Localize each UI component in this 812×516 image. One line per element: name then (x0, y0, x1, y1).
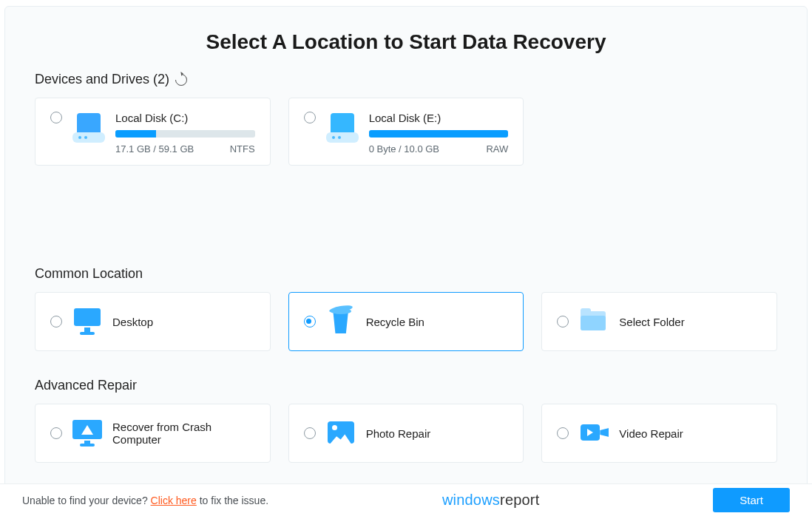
drive-fs: NTFS (230, 143, 255, 155)
drive-usage: 17.1 GB / 59.1 GB (115, 143, 194, 155)
brand-part-1: windows (442, 492, 500, 508)
section-devices: Devices and Drives (2) Local Disk (C:) 1… (35, 72, 777, 166)
option-desktop[interactable]: Desktop (35, 292, 271, 351)
brand-part-2: report (500, 492, 539, 508)
page-title: Select A Location to Start Data Recovery (35, 7, 777, 72)
option-select-folder[interactable]: Select Folder (541, 292, 777, 351)
option-crash-recovery[interactable]: Recover from Crash Computer (35, 404, 271, 463)
option-photo-repair[interactable]: Photo Repair (288, 404, 524, 463)
option-recycle-bin[interactable]: Recycle Bin (288, 292, 524, 351)
radio-select-folder[interactable] (557, 316, 569, 327)
devices-heading-text: Devices and Drives (2) (35, 72, 169, 87)
section-common: Common Location Desktop Recycle Bin Sele… (35, 266, 777, 351)
drive-radio-e[interactable] (304, 112, 316, 123)
crash-computer-icon (72, 420, 102, 447)
devices-heading: Devices and Drives (2) (35, 72, 777, 87)
option-label: Photo Repair (366, 427, 431, 440)
drive-fs: RAW (486, 143, 508, 155)
drive-card-c[interactable]: Local Disk (C:) 17.1 GB / 59.1 GB NTFS (35, 98, 271, 166)
recycle-bin-icon (326, 308, 356, 335)
refresh-icon[interactable] (173, 71, 190, 88)
drive-radio-c[interactable] (50, 112, 62, 123)
drive-progress-e (369, 130, 509, 138)
start-button[interactable]: Start (713, 488, 790, 512)
option-label: Video Repair (619, 427, 683, 440)
drive-card-e[interactable]: Local Disk (E:) 0 Byte / 10.0 GB RAW (288, 98, 524, 166)
option-label: Recover from Crash Computer (112, 421, 255, 446)
option-label: Recycle Bin (366, 316, 424, 328)
disk-icon (326, 113, 359, 143)
option-label: Select Folder (619, 316, 684, 328)
option-video-repair[interactable]: Video Repair (541, 404, 777, 463)
section-advanced: Advanced Repair Recover from Crash Compu… (35, 378, 777, 463)
common-heading: Common Location (35, 266, 777, 282)
drive-progress-c (115, 130, 255, 138)
help-post: to fix the issue. (197, 495, 268, 506)
radio-desktop[interactable] (50, 316, 62, 327)
monitor-icon (72, 308, 102, 335)
option-label: Desktop (112, 316, 153, 328)
radio-recycle-bin[interactable] (304, 316, 316, 327)
drive-name: Local Disk (E:) (369, 112, 509, 124)
radio-crash-recovery[interactable] (50, 427, 62, 439)
disk-icon (72, 113, 105, 143)
brand-logo: windowsreport (442, 492, 540, 509)
drive-usage: 0 Byte / 10.0 GB (369, 143, 439, 155)
radio-video-repair[interactable] (557, 427, 569, 439)
photo-icon (326, 420, 356, 447)
help-pre: Unable to find your device? (22, 495, 151, 506)
drive-name: Local Disk (C:) (115, 112, 255, 124)
advanced-heading: Advanced Repair (35, 378, 777, 393)
folder-icon (579, 308, 609, 335)
radio-photo-repair[interactable] (304, 427, 316, 439)
help-link[interactable]: Click here (151, 495, 197, 506)
video-icon (579, 420, 609, 447)
footer-bar: Unable to find your device? Click here t… (0, 483, 812, 516)
help-text: Unable to find your device? Click here t… (22, 495, 268, 506)
